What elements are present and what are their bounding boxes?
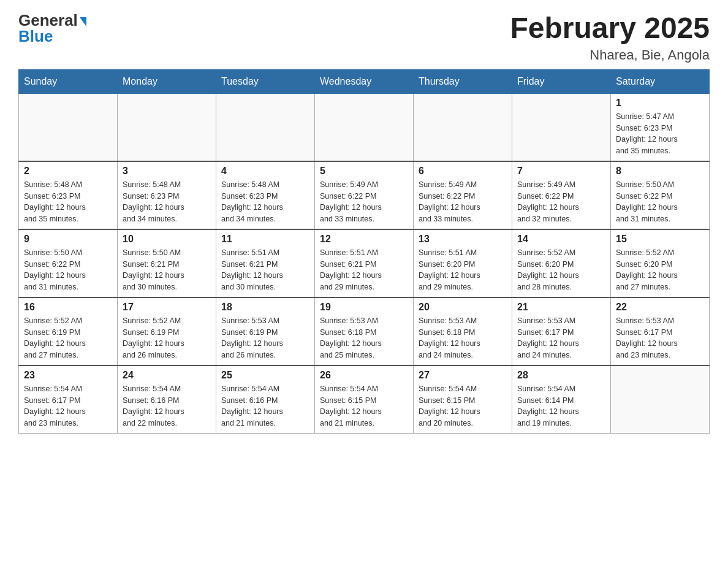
day-number: 15 (616, 234, 704, 245)
day-number: 10 (123, 234, 211, 245)
calendar-cell: 24Sunrise: 5:54 AM Sunset: 6:16 PM Dayli… (118, 366, 216, 434)
calendar-week-row: 16Sunrise: 5:52 AM Sunset: 6:19 PM Dayli… (19, 297, 710, 366)
day-info: Sunrise: 5:48 AM Sunset: 6:23 PM Dayligh… (123, 179, 211, 225)
calendar-cell: 1Sunrise: 5:47 AM Sunset: 6:23 PM Daylig… (611, 93, 710, 161)
calendar-table: SundayMondayTuesdayWednesdayThursdayFrid… (18, 69, 710, 434)
calendar-cell (216, 93, 315, 161)
calendar-cell: 10Sunrise: 5:50 AM Sunset: 6:21 PM Dayli… (118, 229, 216, 297)
day-number: 22 (616, 302, 704, 313)
calendar-cell (414, 93, 512, 161)
day-info: Sunrise: 5:50 AM Sunset: 6:21 PM Dayligh… (123, 247, 211, 293)
calendar-cell: 15Sunrise: 5:52 AM Sunset: 6:20 PM Dayli… (611, 229, 710, 297)
calendar-cell: 23Sunrise: 5:54 AM Sunset: 6:17 PM Dayli… (19, 366, 118, 434)
day-number: 23 (24, 370, 112, 381)
day-number: 9 (24, 234, 112, 245)
calendar-week-row: 1Sunrise: 5:47 AM Sunset: 6:23 PM Daylig… (19, 93, 710, 161)
day-info: Sunrise: 5:50 AM Sunset: 6:22 PM Dayligh… (616, 179, 704, 225)
day-number: 19 (320, 302, 408, 313)
day-number: 28 (517, 370, 605, 381)
day-number: 25 (221, 370, 309, 381)
calendar-cell (118, 93, 216, 161)
calendar-cell: 13Sunrise: 5:51 AM Sunset: 6:20 PM Dayli… (414, 229, 512, 297)
day-info: Sunrise: 5:52 AM Sunset: 6:20 PM Dayligh… (616, 247, 704, 293)
calendar-cell: 22Sunrise: 5:53 AM Sunset: 6:17 PM Dayli… (611, 297, 710, 366)
calendar-cell: 18Sunrise: 5:53 AM Sunset: 6:19 PM Dayli… (216, 297, 315, 366)
day-info: Sunrise: 5:53 AM Sunset: 6:17 PM Dayligh… (517, 315, 605, 361)
page-header: General Blue February 2025 Nharea, Bie, … (18, 12, 710, 63)
day-info: Sunrise: 5:54 AM Sunset: 6:15 PM Dayligh… (419, 383, 507, 429)
day-info: Sunrise: 5:54 AM Sunset: 6:17 PM Dayligh… (24, 383, 112, 429)
calendar-cell: 2Sunrise: 5:48 AM Sunset: 6:23 PM Daylig… (19, 161, 118, 229)
day-info: Sunrise: 5:53 AM Sunset: 6:18 PM Dayligh… (320, 315, 408, 361)
calendar-cell: 9Sunrise: 5:50 AM Sunset: 6:22 PM Daylig… (19, 229, 118, 297)
day-number: 1 (616, 98, 704, 109)
calendar-week-row: 9Sunrise: 5:50 AM Sunset: 6:22 PM Daylig… (19, 229, 710, 297)
day-number: 11 (221, 234, 309, 245)
calendar-cell: 25Sunrise: 5:54 AM Sunset: 6:16 PM Dayli… (216, 366, 315, 434)
day-number: 8 (616, 166, 704, 177)
calendar-cell: 27Sunrise: 5:54 AM Sunset: 6:15 PM Dayli… (414, 366, 512, 434)
day-info: Sunrise: 5:53 AM Sunset: 6:18 PM Dayligh… (419, 315, 507, 361)
calendar-header-row: SundayMondayTuesdayWednesdayThursdayFrid… (19, 69, 710, 93)
day-info: Sunrise: 5:51 AM Sunset: 6:20 PM Dayligh… (419, 247, 507, 293)
calendar-cell: 26Sunrise: 5:54 AM Sunset: 6:15 PM Dayli… (315, 366, 414, 434)
calendar-cell: 21Sunrise: 5:53 AM Sunset: 6:17 PM Dayli… (512, 297, 611, 366)
calendar-cell: 4Sunrise: 5:48 AM Sunset: 6:23 PM Daylig… (216, 161, 315, 229)
calendar-header-saturday: Saturday (611, 69, 710, 93)
day-number: 13 (419, 234, 507, 245)
logo: General Blue (18, 12, 86, 44)
calendar-cell (611, 366, 710, 434)
calendar-cell: 16Sunrise: 5:52 AM Sunset: 6:19 PM Dayli… (19, 297, 118, 366)
day-number: 6 (419, 166, 507, 177)
day-number: 2 (24, 166, 112, 177)
day-number: 20 (419, 302, 507, 313)
day-number: 21 (517, 302, 605, 313)
calendar-header-tuesday: Tuesday (216, 69, 315, 93)
calendar-cell (315, 93, 414, 161)
calendar-week-row: 2Sunrise: 5:48 AM Sunset: 6:23 PM Daylig… (19, 161, 710, 229)
calendar-cell: 28Sunrise: 5:54 AM Sunset: 6:14 PM Dayli… (512, 366, 611, 434)
location-title: Nharea, Bie, Angola (510, 47, 710, 63)
day-number: 4 (221, 166, 309, 177)
calendar-cell (512, 93, 611, 161)
day-info: Sunrise: 5:51 AM Sunset: 6:21 PM Dayligh… (320, 247, 408, 293)
day-info: Sunrise: 5:49 AM Sunset: 6:22 PM Dayligh… (517, 179, 605, 225)
calendar-cell: 11Sunrise: 5:51 AM Sunset: 6:21 PM Dayli… (216, 229, 315, 297)
day-info: Sunrise: 5:54 AM Sunset: 6:16 PM Dayligh… (123, 383, 211, 429)
day-info: Sunrise: 5:54 AM Sunset: 6:15 PM Dayligh… (320, 383, 408, 429)
day-number: 5 (320, 166, 408, 177)
calendar-header-monday: Monday (118, 69, 216, 93)
day-info: Sunrise: 5:53 AM Sunset: 6:19 PM Dayligh… (221, 315, 309, 361)
day-number: 16 (24, 302, 112, 313)
logo-arrow-icon (80, 17, 86, 26)
day-info: Sunrise: 5:52 AM Sunset: 6:19 PM Dayligh… (24, 315, 112, 361)
calendar-header-wednesday: Wednesday (315, 69, 414, 93)
day-number: 7 (517, 166, 605, 177)
calendar-cell: 17Sunrise: 5:52 AM Sunset: 6:19 PM Dayli… (118, 297, 216, 366)
day-info: Sunrise: 5:53 AM Sunset: 6:17 PM Dayligh… (616, 315, 704, 361)
day-number: 17 (123, 302, 211, 313)
calendar-header-thursday: Thursday (414, 69, 512, 93)
day-info: Sunrise: 5:52 AM Sunset: 6:19 PM Dayligh… (123, 315, 211, 361)
month-title: February 2025 (510, 12, 710, 45)
calendar-cell (19, 93, 118, 161)
calendar-cell: 14Sunrise: 5:52 AM Sunset: 6:20 PM Dayli… (512, 229, 611, 297)
calendar-cell: 19Sunrise: 5:53 AM Sunset: 6:18 PM Dayli… (315, 297, 414, 366)
day-info: Sunrise: 5:48 AM Sunset: 6:23 PM Dayligh… (221, 179, 309, 225)
calendar-cell: 3Sunrise: 5:48 AM Sunset: 6:23 PM Daylig… (118, 161, 216, 229)
day-info: Sunrise: 5:48 AM Sunset: 6:23 PM Dayligh… (24, 179, 112, 225)
day-number: 26 (320, 370, 408, 381)
day-info: Sunrise: 5:49 AM Sunset: 6:22 PM Dayligh… (419, 179, 507, 225)
day-number: 14 (517, 234, 605, 245)
calendar-cell: 20Sunrise: 5:53 AM Sunset: 6:18 PM Dayli… (414, 297, 512, 366)
day-info: Sunrise: 5:54 AM Sunset: 6:16 PM Dayligh… (221, 383, 309, 429)
day-number: 24 (123, 370, 211, 381)
calendar-cell: 6Sunrise: 5:49 AM Sunset: 6:22 PM Daylig… (414, 161, 512, 229)
day-info: Sunrise: 5:52 AM Sunset: 6:20 PM Dayligh… (517, 247, 605, 293)
day-number: 12 (320, 234, 408, 245)
calendar-cell: 12Sunrise: 5:51 AM Sunset: 6:21 PM Dayli… (315, 229, 414, 297)
day-info: Sunrise: 5:50 AM Sunset: 6:22 PM Dayligh… (24, 247, 112, 293)
day-info: Sunrise: 5:47 AM Sunset: 6:23 PM Dayligh… (616, 111, 704, 157)
day-info: Sunrise: 5:54 AM Sunset: 6:14 PM Dayligh… (517, 383, 605, 429)
day-number: 18 (221, 302, 309, 313)
